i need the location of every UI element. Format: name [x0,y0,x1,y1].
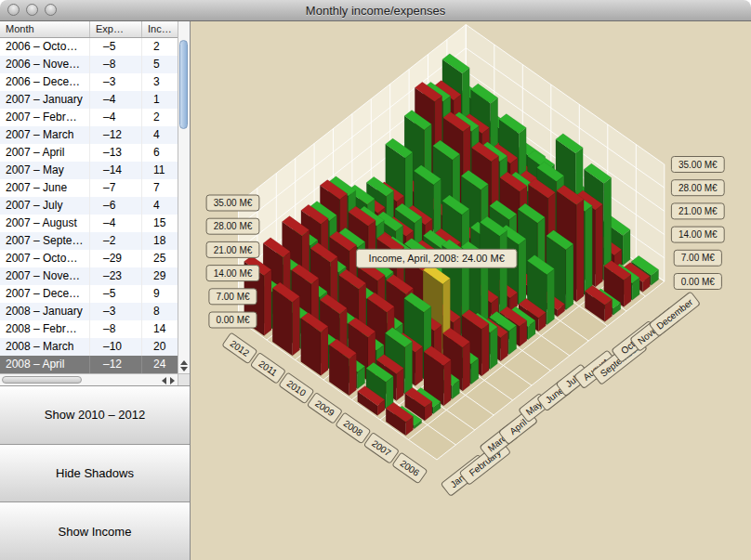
column-header-month[interactable]: Month [0,21,90,37]
svg-text:Income, April, 2008: 24.00 M€: Income, April, 2008: 24.00 M€ [369,253,505,264]
table-cell-inc: 5 [142,56,178,73]
svg-text:28.00 M€: 28.00 M€ [214,221,253,231]
table-cell-exp: –7 [90,179,142,197]
svg-text:14.00 M€: 14.00 M€ [214,268,253,279]
toggle-shadows-button[interactable]: Hide Shadows [0,444,190,502]
table-cell-month: 2007 – July [0,197,90,215]
scrollbar-corner [178,373,190,385]
value-axis-label-left: 21.00 M€ [206,241,259,257]
table-cell-month: 2007 – January [0,91,90,109]
table-cell-month: 2007 – April [0,144,90,162]
window-title: Monthly income/expenses [306,4,445,18]
bar[interactable] [272,282,299,356]
table-cell-exp: –8 [90,320,142,338]
table-body: 2006 – Octo…–522006 – Nove…–852006 – Dec… [0,38,178,373]
scroll-down-icon[interactable] [180,367,188,371]
table-row[interactable]: 2007 – August–415 [0,215,178,232]
bar-chart-3d[interactable]: JanuaryFebruaryMarchAprilMayJuneJulyAugu… [191,21,751,560]
table-cell-month: 2007 – Dece… [0,285,90,303]
table-row[interactable]: 2007 – June–77 [0,179,178,197]
column-header-expenses[interactable]: Exp… [90,21,142,37]
column-header-income[interactable]: Inc… [142,21,178,37]
zoom-button[interactable] [45,4,57,16]
vertical-scrollbar-thumb[interactable] [179,40,188,129]
horizontal-scrollbar-thumb[interactable] [2,376,82,384]
table-row[interactable]: 2007 – July–64 [0,197,178,215]
svg-text:7.00 M€: 7.00 M€ [681,253,716,263]
table-cell-inc: 4 [142,126,178,144]
value-axis-label-right: 28.00 M€ [671,180,724,196]
table-row[interactable]: 2007 – Dece…–59 [0,285,178,303]
table-cell-inc: 8 [142,303,178,320]
table-row[interactable]: 2007 – May–1411 [0,162,178,179]
minimize-button[interactable] [26,4,38,16]
table-row[interactable]: 2008 – March–1020 [0,338,178,356]
horizontal-scrollbar-arrows [162,377,175,384]
table-cell-inc: 29 [142,267,178,285]
main-content: Month Exp… Inc… 2006 – Octo…–522006 – No… [0,21,751,560]
table-cell-exp: –13 [90,144,142,162]
window-controls [7,4,57,16]
year-axis-label: 2007 [363,433,399,464]
table-cell-inc: 20 [142,338,178,356]
table-cell-exp: –8 [90,56,142,73]
table-cell-exp: –6 [90,197,142,215]
table-row[interactable]: 2008 – Febr…–814 [0,320,178,338]
value-axis-label-right: 0.00 M€ [674,274,721,290]
table-cell-month: 2008 – March [0,338,90,356]
table-row[interactable]: 2007 – January–41 [0,91,178,109]
svg-text:0.00 M€: 0.00 M€ [216,315,250,325]
scroll-up-icon[interactable] [180,360,188,365]
table-row[interactable]: 2007 – Febr…–42 [0,109,178,126]
table-row[interactable]: 2007 – Septe…–218 [0,232,178,250]
table-cell-inc: 3 [142,73,178,91]
table-cell-inc: 15 [142,215,178,232]
table-header: Month Exp… Inc… [0,21,190,38]
data-table: Month Exp… Inc… 2006 – Octo…–522006 – No… [0,21,190,385]
table-row[interactable]: 2007 – March–124 [0,126,178,144]
table-cell-exp: –12 [90,126,142,144]
value-axis-label-left: 35.00 M€ [206,195,259,211]
table-cell-inc: 7 [142,179,178,197]
year-axis-label: 2006 [392,452,428,484]
scroll-right-icon[interactable] [170,377,175,384]
svg-text:0.00 M€: 0.00 M€ [681,277,716,287]
table-row[interactable]: 2007 – Octo…–2925 [0,250,178,267]
svg-text:35.00 M€: 35.00 M€ [679,160,718,170]
table-cell-exp: –2 [90,232,142,250]
table-row[interactable]: 2007 – Nove…–2329 [0,267,178,285]
table-cell-month: 2007 – Octo… [0,250,90,267]
toggle-income-button[interactable]: Show Income [0,501,190,560]
table-cell-month: 2007 – Nove… [0,267,90,285]
selection-tooltip: Income, April, 2008: 24.00 M€ [356,249,517,267]
show-years-range-button[interactable]: Show 2010 – 2012 [0,385,190,444]
table-cell-inc: 1 [142,91,178,109]
table-row[interactable]: 2006 – Dece…–33 [0,73,178,91]
close-button[interactable] [7,4,20,16]
svg-text:7.00 M€: 7.00 M€ [216,292,250,302]
vertical-scrollbar-arrows [178,360,190,371]
table-cell-inc: 6 [142,144,178,162]
table-cell-exp: –4 [90,91,142,109]
horizontal-scrollbar[interactable] [0,373,178,385]
table-row[interactable]: 2008 – January–38 [0,303,178,320]
table-cell-inc: 18 [142,232,178,250]
svg-text:December: December [654,296,695,331]
svg-text:14.00 M€: 14.00 M€ [679,229,718,240]
sidebar: Month Exp… Inc… 2006 – Octo…–522006 – No… [0,21,191,560]
table-row[interactable]: 2006 – Octo…–52 [0,38,178,56]
table-cell-exp: –14 [90,162,142,179]
year-axis-label: 2010 [279,372,314,404]
button-panel: Show 2010 – 2012 Hide Shadows Show Incom… [0,385,190,560]
value-axis-label-right: 35.00 M€ [671,157,724,173]
svg-text:28.00 M€: 28.00 M€ [679,183,718,193]
table-cell-month: 2006 – Nove… [0,56,90,73]
table-row[interactable]: 2006 – Nove…–85 [0,56,178,73]
table-row[interactable]: 2007 – April–136 [0,144,178,162]
scroll-left-icon[interactable] [162,377,166,384]
table-cell-month: 2008 – January [0,303,90,320]
year-axis-label: 2012 [222,332,257,364]
vertical-scrollbar[interactable] [178,21,190,373]
table-cell-month: 2007 – August [0,215,90,232]
table-row[interactable]: 2008 – April–1224 [0,356,178,373]
